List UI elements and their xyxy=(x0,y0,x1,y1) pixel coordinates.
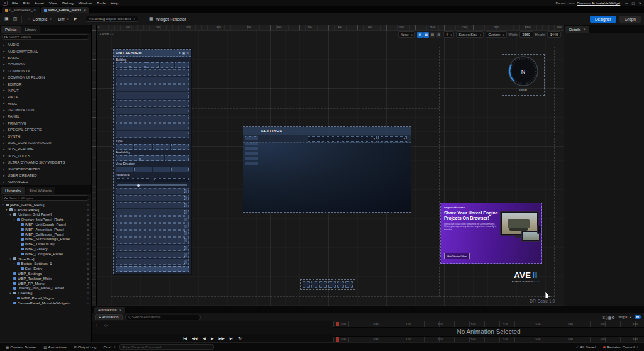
animations-search-input[interactable]: Search Animations xyxy=(125,315,201,320)
palette-category[interactable]: ▸COMMON UI PLUGIN xyxy=(0,74,91,81)
width-input[interactable]: 2560 xyxy=(519,31,533,38)
ave-logo-widget[interactable]: AVE II Archviz Explorer v2.0 xyxy=(506,271,546,291)
palette-category[interactable]: ▸MISC xyxy=(0,101,91,107)
visibility-eye-icon[interactable]: ⊙ xyxy=(87,257,89,261)
key-tool-icon[interactable]: − xyxy=(100,323,103,326)
compass-widget[interactable]: N 00:00 xyxy=(502,54,545,96)
minimize-icon[interactable]: ─ xyxy=(625,1,628,5)
transport-button[interactable]: |◀ xyxy=(182,336,187,340)
timeline-ruler-top[interactable]: 0:000:301:001:302:002:303:003:304:004:30 xyxy=(333,321,644,327)
lock-icon[interactable]: ⊞ xyxy=(417,32,423,38)
menu-view[interactable]: View xyxy=(47,1,60,5)
play-icon[interactable]: ▶ xyxy=(73,16,79,21)
visibility-eye-icon[interactable]: ⊙ xyxy=(87,228,89,231)
visibility-eye-icon[interactable]: ⊙ xyxy=(87,208,89,212)
palette-category[interactable]: ▸SYNTH xyxy=(0,133,91,139)
sequencer-icon[interactable]: ⚙ xyxy=(611,316,614,320)
visibility-eye-icon[interactable]: ⊙ xyxy=(87,252,89,256)
tab-bind-widgets[interactable]: Bind Widgets xyxy=(26,187,55,194)
snap-size-dropdown[interactable]: 4 ▾ xyxy=(443,31,454,38)
expand-icon[interactable]: ▣ xyxy=(182,52,185,55)
cmd-dropdown[interactable]: Cmd ▾ xyxy=(101,345,118,349)
palette-category[interactable]: ▸USER CREATED xyxy=(0,172,91,179)
hierarchy-item[interactable]: ▾[Canvas Panel]⊙ xyxy=(0,208,91,213)
guide-toggle-icon[interactable]: ⊟ xyxy=(436,32,441,38)
preview-none-dropdown[interactable]: None ▾ xyxy=(398,31,415,38)
menu-debug[interactable]: Debug xyxy=(60,1,76,5)
hierarchy-item[interactable]: CanvasPanel_MovableWidgets⊙ xyxy=(0,301,91,306)
visibility-eye-icon[interactable]: ⊙ xyxy=(87,213,89,216)
taskbar-widget[interactable] xyxy=(300,279,355,290)
price-slider[interactable] xyxy=(117,184,187,186)
palette-category[interactable]: ▸COMMON UI xyxy=(0,68,91,74)
unreal-logo-icon[interactable]: U xyxy=(3,1,8,6)
transport-button[interactable]: ◀◀ xyxy=(191,336,198,340)
visibility-eye-icon[interactable]: ⊙ xyxy=(87,218,89,221)
revision-control-button[interactable]: Revision Control ▾ xyxy=(601,345,641,349)
palette-category[interactable]: ▸UDS_README xyxy=(0,146,91,152)
tab-hierarchy[interactable]: Hierarchy xyxy=(1,187,25,194)
menu-tools[interactable]: Tools xyxy=(94,1,108,5)
hierarchy-item[interactable]: ▾[Uniform Grid Panel]⊙ xyxy=(0,213,91,218)
save-icon[interactable]: ▣ xyxy=(3,16,10,21)
price-min-input[interactable] xyxy=(116,178,150,182)
menu-asset[interactable]: Asset xyxy=(32,1,47,5)
vagon-promo-widget[interactable]: vagon streams Share Your Unreal Engine P… xyxy=(440,203,542,264)
fps-dropdown[interactable]: 30fps ▾ xyxy=(618,315,631,319)
visibility-eye-icon[interactable]: ⊙ xyxy=(87,242,89,246)
visibility-eye-icon[interactable]: ⊙ xyxy=(87,233,89,237)
hierarchy-item[interactable]: ▾Button_Settings_1⊙ xyxy=(0,262,91,267)
transport-button[interactable]: ▶▶ xyxy=(218,336,225,340)
content-drawer-button[interactable]: ▦ Content Drawer xyxy=(3,345,39,349)
height-input[interactable]: 1440 xyxy=(547,31,561,38)
hierarchy-item[interactable]: ▾[Overlay]⊙ xyxy=(0,291,91,296)
palette-category[interactable]: ▸INPUT xyxy=(0,87,91,94)
close-icon[interactable]: ✕ xyxy=(638,1,641,5)
unit-search-widget[interactable]: UNIT SEARCH ↻ ▣ ✕ Building Type Availabi… xyxy=(113,49,191,274)
price-max-input[interactable] xyxy=(154,178,189,182)
tab-library[interactable]: Library xyxy=(21,26,40,33)
tab-widget-blueprint[interactable]: WBP_Game_Menu ✕ xyxy=(41,7,89,13)
palette-category[interactable]: ▸PRIMITIVE xyxy=(0,120,91,126)
tab-animations[interactable]: Animations ✕ xyxy=(94,307,125,313)
graph-button[interactable]: Graph xyxy=(619,16,641,23)
parent-class-link[interactable]: Common Activatable Widget xyxy=(577,1,620,5)
close-tab-icon[interactable]: ✕ xyxy=(83,9,86,12)
visibility-eye-icon[interactable]: ⊙ xyxy=(87,247,89,251)
hierarchy-item[interactable]: Slot_Entry⊙ xyxy=(0,266,91,271)
hierarchy-item[interactable]: WBP_Taskbar_Main⊙ xyxy=(0,276,91,281)
hierarchy-item[interactable]: WBP_Surroundings_Panel⊙ xyxy=(0,237,91,242)
screen-size-dropdown[interactable]: Screen Size ▾ xyxy=(456,31,484,38)
settings-dropdown-1[interactable]: ▾ xyxy=(308,136,377,142)
palette-category[interactable]: ▸SPECIAL EFFECTS xyxy=(0,126,91,133)
close-icon[interactable]: ✕ xyxy=(583,28,586,31)
palette-category[interactable]: ▸AUDIOMATERIAL xyxy=(0,48,91,54)
hierarchy-item[interactable]: Overlay_Info_Panel_Center⊙ xyxy=(0,286,91,291)
key-tool-icon[interactable]: + xyxy=(95,323,97,326)
hierarchy-search-input[interactable]: Search Widgets xyxy=(2,195,89,201)
compile-button[interactable]: ✓ Compile ▾ xyxy=(25,15,54,23)
fill-rule-dropdown[interactable]: Custom ▾ xyxy=(486,31,506,38)
hierarchy-item[interactable]: ▾Overlay_InfoPanel_Right⊙ xyxy=(0,217,91,222)
visibility-eye-icon[interactable]: ⊙ xyxy=(87,272,89,276)
palette-category[interactable]: ▸EDITOR xyxy=(0,81,91,87)
transport-button[interactable]: ▶| xyxy=(229,336,234,340)
timeline-ruler-bottom[interactable]: 0:000:301:001:302:002:303:003:304:004:30 xyxy=(333,337,644,342)
widget-reflector-button[interactable]: ▦ Widget Reflector xyxy=(145,15,189,23)
apply-filters-button[interactable] xyxy=(116,266,189,272)
refresh-icon[interactable]: ↻ xyxy=(179,52,181,55)
palette-category[interactable]: ▸ULTRA DYNAMIC SKY WIDGETS xyxy=(0,159,91,165)
palette-category[interactable]: ▸AUDIO xyxy=(0,42,91,48)
visibility-eye-icon[interactable]: ⊙ xyxy=(87,223,89,226)
menu-help[interactable]: Help xyxy=(108,1,121,5)
palette-category[interactable]: ▸UDS_TOOLS xyxy=(0,153,91,159)
designer-viewport[interactable]: 0100200300400500600700800900100011001200… xyxy=(92,25,564,306)
hierarchy-item[interactable]: WBP_UnitSearch_Panel⊙ xyxy=(0,222,91,227)
grid-snap-icon[interactable]: ▦ xyxy=(423,32,429,38)
palette-category[interactable]: ▸ADVANCED xyxy=(0,179,91,185)
hierarchy-item[interactable]: WBP_Compare_Panel⊙ xyxy=(0,252,91,257)
transport-button[interactable]: ↻ xyxy=(238,336,242,340)
visibility-eye-icon[interactable]: ⊙ xyxy=(87,267,89,270)
output-log-button[interactable]: ≣ Output Log xyxy=(71,345,99,349)
outline-toggle-icon[interactable]: ▧ xyxy=(430,32,435,38)
